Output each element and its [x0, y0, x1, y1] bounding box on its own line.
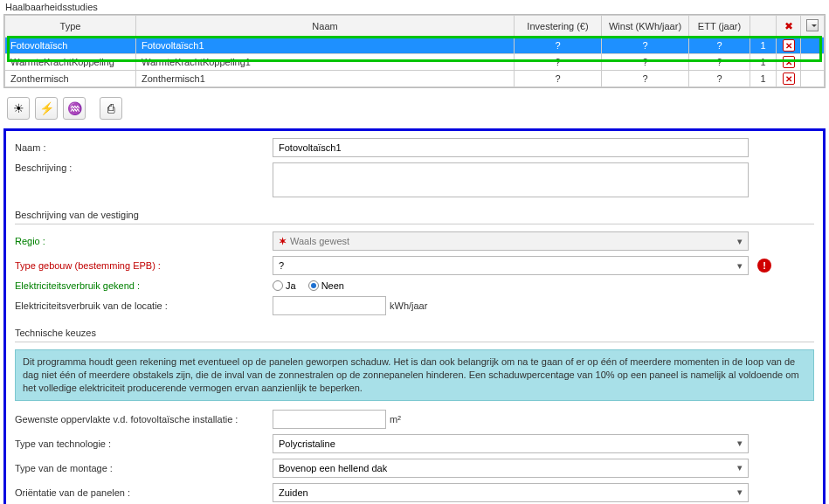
- cell-type: WarmteKrachtKoppeling: [5, 54, 136, 71]
- orientation-value: Zuiden: [279, 487, 308, 498]
- cell-invest: ?: [515, 38, 602, 54]
- area-label: Gewenste oppervlakte v.d. fotovoltaïsche…: [15, 414, 273, 425]
- radio-yes[interactable]: Ja: [273, 280, 296, 291]
- add-solarthermal-button[interactable]: ♒: [63, 97, 86, 120]
- area-unit: m²: [390, 414, 401, 425]
- name-input[interactable]: [273, 138, 749, 157]
- elec-known-radiogroup: Ja Neen: [273, 280, 344, 291]
- region-value: Waals gewest: [290, 236, 349, 246]
- add-chp-button[interactable]: ⚡: [35, 97, 58, 120]
- orientation-select[interactable]: Zuiden: [273, 483, 749, 502]
- col-ett[interactable]: ETT (jaar): [689, 16, 750, 38]
- col-type[interactable]: Type: [5, 16, 136, 38]
- site-section-header: Beschrijving van de vestiging: [15, 203, 814, 224]
- cell-delete[interactable]: ✕: [777, 38, 801, 54]
- col-picker[interactable]: [801, 16, 825, 38]
- cell-type: Fotovoltaïsch: [5, 38, 136, 54]
- col-profit[interactable]: Winst (KWh/jaar): [602, 16, 689, 38]
- delete-icon[interactable]: ✕: [783, 39, 795, 52]
- col-delete: ✖: [777, 16, 801, 38]
- cell-extra: [801, 38, 825, 54]
- elec-known-label: Elektriciteitsverbruik gekend :: [15, 280, 273, 291]
- print-icon: ⎙: [107, 101, 114, 115]
- radio-yes-label: Ja: [286, 280, 296, 291]
- mount-select[interactable]: Bovenop een hellend dak: [273, 459, 749, 478]
- building-type-select[interactable]: ?: [273, 256, 749, 275]
- panel-title: Haalbaarheidsstudies: [0, 0, 829, 14]
- detail-panel: Naam : Beschrijving : Beschrijving van d…: [3, 128, 826, 504]
- delete-icon[interactable]: ✕: [783, 72, 795, 85]
- cell-type: Zonthermisch: [5, 71, 136, 87]
- cell-ett: ?: [689, 38, 750, 54]
- radio-no-circle[interactable]: [308, 280, 319, 291]
- mount-value: Bovenop een hellend dak: [279, 463, 387, 473]
- region-select: ✶Waals gewest: [273, 231, 749, 251]
- cell-count: 1: [750, 38, 777, 54]
- cell-invest: ?: [515, 54, 602, 71]
- cell-name: Fotovoltaïsch1: [136, 38, 515, 54]
- cell-count: 1: [750, 71, 777, 87]
- elec-location-unit: kWh/jaar: [390, 300, 427, 311]
- cell-extra: [801, 71, 825, 87]
- radio-yes-circle[interactable]: [273, 280, 283, 291]
- cell-name: Zonthermisch1: [136, 71, 515, 87]
- elec-location-label: Elektriciteitsverbruik van de locatie :: [15, 300, 273, 311]
- col-count: [750, 16, 777, 38]
- elec-location-input[interactable]: [273, 296, 386, 315]
- cell-delete[interactable]: ✕: [777, 71, 801, 87]
- thermal-icon: ♒: [67, 101, 82, 115]
- chp-icon: ⚡: [39, 101, 54, 115]
- mount-label: Type van de montage :: [15, 463, 273, 473]
- print-button[interactable]: ⎙: [100, 97, 122, 120]
- techtype-label: Type van technologie :: [15, 438, 273, 449]
- table-row[interactable]: Zonthermisch Zonthermisch1 ? ? ? 1 ✕: [5, 71, 825, 87]
- toolbar: ☀ ⚡ ♒ ⎙: [0, 93, 829, 128]
- cell-profit: ?: [602, 54, 689, 71]
- radio-no[interactable]: Neen: [308, 280, 344, 291]
- cell-ett: ?: [689, 54, 750, 71]
- orientation-label: Oriëntatie van de panelen :: [15, 487, 273, 498]
- building-type-label: Type gebouw (bestemming EPB) :: [15, 260, 273, 271]
- studies-grid[interactable]: Type Naam Investering (€) Winst (KWh/jaa…: [4, 15, 825, 87]
- building-type-value: ?: [279, 260, 284, 271]
- studies-grid-wrapper: Type Naam Investering (€) Winst (KWh/jaa…: [3, 14, 826, 88]
- region-label: Regio :: [15, 236, 273, 246]
- description-label: Beschrijving :: [15, 162, 273, 173]
- grid-header-row: Type Naam Investering (€) Winst (KWh/jaa…: [5, 16, 825, 38]
- table-row[interactable]: Fotovoltaïsch Fotovoltaïsch1 ? ? ? 1 ✕: [5, 38, 825, 54]
- delete-icon[interactable]: ✕: [783, 56, 795, 68]
- cell-ett: ?: [689, 71, 750, 87]
- cell-extra: [801, 54, 825, 71]
- col-name[interactable]: Naam: [136, 16, 515, 38]
- tech-section-header: Technische keuzes: [15, 321, 814, 342]
- cell-profit: ?: [602, 38, 689, 54]
- add-photovoltaic-button[interactable]: ☀: [7, 97, 30, 120]
- shadow-info-box: Dit programma houdt geen rekening met ev…: [15, 349, 814, 401]
- cell-delete[interactable]: ✕: [777, 54, 801, 71]
- warning-icon: !: [757, 259, 771, 273]
- column-picker-icon[interactable]: [806, 19, 819, 31]
- name-label: Naam :: [15, 142, 273, 153]
- cell-count: 1: [750, 54, 777, 71]
- delete-header-icon: ✖: [784, 20, 793, 32]
- area-input[interactable]: [273, 410, 386, 429]
- description-input[interactable]: [273, 162, 749, 197]
- table-row[interactable]: WarmteKrachtKoppeling WarmteKrachtKoppel…: [5, 54, 825, 71]
- col-invest[interactable]: Investering (€): [515, 16, 602, 38]
- cell-profit: ?: [602, 71, 689, 87]
- radio-no-label: Neen: [321, 280, 344, 291]
- region-icon: ✶: [279, 236, 287, 247]
- cell-invest: ?: [515, 71, 602, 87]
- solar-icon: ☀: [13, 101, 24, 115]
- cell-name: WarmteKrachtKoppeling1: [136, 54, 515, 71]
- techtype-select[interactable]: Polycristaline: [273, 434, 749, 453]
- techtype-value: Polycristaline: [279, 438, 335, 449]
